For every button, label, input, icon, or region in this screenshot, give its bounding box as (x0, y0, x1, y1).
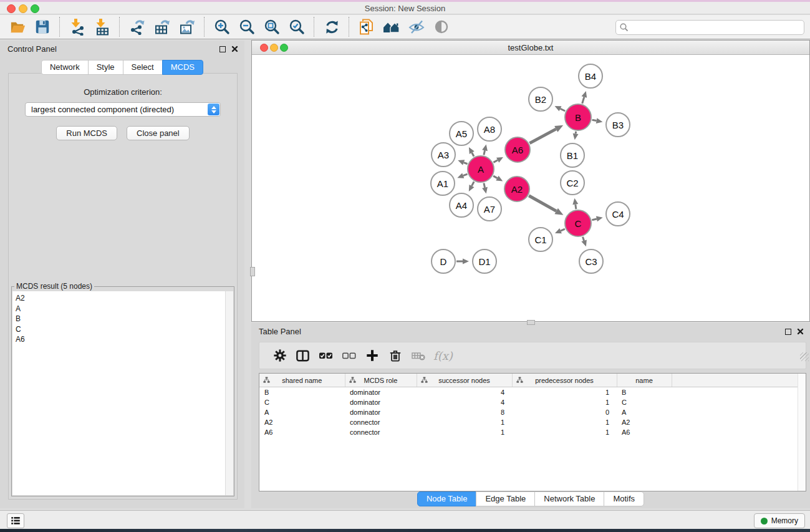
graph-node-B3[interactable]: B3 (605, 112, 630, 137)
table-cell[interactable]: 0 (512, 407, 617, 417)
tab-edge-table[interactable]: Edge Table (476, 491, 535, 506)
table-cell[interactable]: dominator (345, 407, 417, 417)
table-cell[interactable]: B (617, 387, 672, 398)
column-header-mcds-role[interactable]: MCDS role (345, 374, 417, 387)
graph-edge-A-A8[interactable] (484, 150, 485, 155)
graph-node-C1[interactable]: C1 (528, 227, 553, 252)
delete-table-button[interactable] (407, 344, 430, 367)
task-history-button[interactable] (7, 513, 24, 528)
show-panels-button[interactable] (429, 16, 454, 37)
graph-node-A6[interactable]: A6 (504, 137, 531, 163)
import-table-button[interactable] (90, 16, 115, 37)
home-button[interactable] (379, 16, 404, 37)
table-row[interactable]: Bdominator41B (259, 387, 806, 398)
network-canvas[interactable]: AA1A2A3A4A5A6A7A8BB1B2B3B4CC1C2C3C4DD1 (252, 55, 809, 321)
mcds-result-item[interactable]: A6 (16, 334, 233, 345)
graph-node-C[interactable]: C (564, 210, 592, 237)
export-table-button[interactable] (150, 16, 175, 37)
open-file-button[interactable] (5, 16, 30, 37)
table-cell[interactable]: 1 (417, 427, 512, 437)
close-panel-icon[interactable] (231, 46, 238, 52)
criterion-select[interactable]: largest connected component (directed) (25, 102, 221, 117)
splitter-grip-left[interactable] (250, 267, 255, 276)
table-settings-button[interactable] (268, 344, 291, 367)
graph-node-D1[interactable]: D1 (472, 249, 497, 274)
graph-edge-A6-B[interactable] (529, 129, 556, 143)
tab-node-table[interactable]: Node Table (417, 491, 477, 506)
zoom-selected-button[interactable] (284, 16, 309, 37)
splitter-grip-bottom[interactable] (527, 320, 535, 325)
graph-edge-C-C2[interactable] (576, 205, 576, 210)
table-row[interactable]: A6connector11A6 (259, 427, 806, 437)
table-cell[interactable]: dominator (345, 397, 417, 407)
table-cell[interactable]: 4 (417, 397, 512, 407)
graph-edge-A-A7[interactable] (484, 183, 485, 187)
import-network-button[interactable] (65, 16, 90, 37)
table-cell[interactable]: A (617, 407, 672, 417)
table-cell[interactable]: 8 (417, 407, 512, 417)
graph-node-A8[interactable]: A8 (477, 117, 502, 142)
mcds-result-item[interactable]: A (16, 304, 233, 314)
clone-network-button[interactable] (354, 16, 379, 37)
run-mcds-button[interactable]: Run MCDS (56, 126, 117, 140)
graph-edge-C-C3[interactable] (582, 237, 584, 241)
export-network-button[interactable] (125, 16, 150, 37)
table-scrollbar[interactable] (798, 374, 806, 491)
table-cell[interactable]: A6 (259, 427, 345, 437)
tab-network[interactable]: Network (41, 60, 89, 75)
graph-node-C3[interactable]: C3 (579, 249, 604, 274)
graph-edge-A-A6[interactable] (493, 160, 498, 163)
tab-select[interactable]: Select (123, 60, 163, 75)
result-list-scrollbar[interactable] (225, 291, 233, 495)
mcds-result-item[interactable]: A2 (16, 293, 233, 304)
table-cell[interactable]: connector (345, 417, 417, 427)
window-resize-grip[interactable] (800, 352, 809, 361)
mcds-result-item[interactable]: B (16, 314, 233, 324)
search-field[interactable] (615, 20, 804, 35)
graph-node-C4[interactable]: C4 (605, 201, 630, 226)
search-input[interactable] (629, 22, 804, 32)
graph-edge-A-A3[interactable] (464, 163, 468, 164)
graph-edge-C-C1[interactable] (561, 229, 565, 231)
close-panel-button[interactable]: Close panel (127, 126, 190, 140)
table-cell[interactable]: 1 (512, 397, 617, 407)
graph-edge-B-B4[interactable] (582, 97, 584, 103)
main-titlebar[interactable]: Session: New Session (0, 2, 810, 14)
table-cell[interactable]: B (259, 387, 345, 398)
tab-motifs[interactable]: Motifs (604, 491, 644, 506)
hide-panels-button[interactable] (404, 16, 429, 37)
table-cell[interactable]: C (617, 397, 672, 407)
table-cell[interactable]: dominator (345, 387, 417, 398)
table-cell[interactable]: A2 (617, 417, 672, 427)
graph-node-A4[interactable]: A4 (449, 193, 474, 218)
tab-mcds[interactable]: MCDS (162, 60, 203, 75)
graph-edge-B-B2[interactable] (561, 109, 566, 111)
graph-node-A1[interactable]: A1 (430, 171, 455, 196)
zoom-out-button[interactable] (234, 16, 259, 37)
column-view-button[interactable] (291, 344, 314, 367)
table-row[interactable]: Adominator80A (259, 407, 806, 417)
zoom-fit-button[interactable] (259, 16, 284, 37)
graph-edge-B-B1[interactable] (576, 132, 576, 134)
table-cell[interactable]: connector (345, 427, 417, 437)
select-all-columns-button[interactable] (314, 344, 337, 367)
graph-node-A3[interactable]: A3 (431, 142, 456, 167)
column-header-name[interactable]: name (617, 374, 672, 387)
float-panel-icon[interactable] (219, 46, 226, 52)
add-column-button[interactable] (360, 344, 383, 367)
graph-edge-A-A1[interactable] (463, 174, 468, 176)
apply-layout-button[interactable] (319, 16, 344, 37)
graph-edge-A-A5[interactable] (472, 153, 474, 157)
graph-node-B4[interactable]: B4 (578, 64, 603, 89)
table-row[interactable]: Cdominator41C (259, 397, 806, 407)
table-cell[interactable]: 1 (512, 387, 617, 398)
close-table-panel-icon[interactable] (797, 328, 804, 335)
graph-node-D[interactable]: D (431, 249, 456, 274)
tab-style[interactable]: Style (88, 60, 123, 75)
graph-edge-C-C4[interactable] (592, 219, 597, 220)
table-cell[interactable]: C (259, 397, 345, 407)
graph-node-A[interactable]: A (467, 155, 494, 183)
graph-node-B1[interactable]: B1 (560, 143, 585, 168)
graph-node-B2[interactable]: B2 (528, 87, 553, 112)
graph-node-C2[interactable]: C2 (560, 170, 585, 195)
